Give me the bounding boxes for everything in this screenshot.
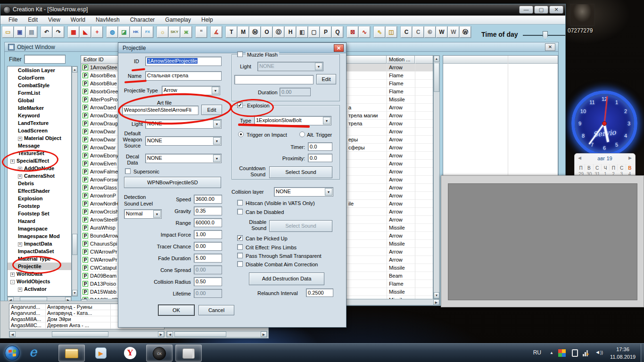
disable-combat-aim-checkbox[interactable]	[237, 261, 243, 267]
scroll-right-icon[interactable]: ▶	[158, 331, 164, 337]
tree-toggle-icon[interactable]: -	[10, 280, 15, 284]
local-transform-icon[interactable]: +	[91, 26, 103, 38]
tray-expand-icon[interactable]: ▲	[550, 351, 553, 355]
tree-item-impactdataset[interactable]: ImpactDataSet	[8, 247, 71, 255]
tree-item-activator[interactable]: +Activator	[8, 285, 71, 293]
tree-item-landtexture[interactable]: LandTexture	[8, 119, 71, 127]
tree-item-addonnode[interactable]: +AddOnNode	[8, 165, 71, 172]
tree-toggle-icon[interactable]: +	[10, 159, 15, 164]
tree-toggle-icon[interactable]: +	[18, 288, 22, 292]
cell-list-hscrollbar[interactable]: ◀ ▶	[9, 331, 165, 337]
tree-item-idlemarker[interactable]: IdleMarker	[8, 104, 71, 112]
snap-grid-icon[interactable]: ▦	[68, 26, 79, 38]
tree-item-colorform[interactable]: ColorForm	[8, 74, 71, 82]
filter-input[interactable]	[24, 55, 66, 64]
landscape-icon[interactable]: ◪	[118, 26, 130, 38]
snap-angle-icon[interactable]: ◣	[80, 26, 91, 38]
collision-radius-field[interactable]: 0.50	[194, 277, 222, 286]
render-window[interactable]	[441, 175, 644, 307]
menu-navmesh[interactable]: NavMesh	[91, 16, 125, 24]
calendar-date[interactable]: 31	[593, 172, 601, 175]
maximize-button[interactable]: ▢	[534, 6, 548, 14]
calendar-date[interactable]: 1	[601, 172, 609, 175]
w-circle-icon[interactable]: Ⓦ	[460, 26, 471, 38]
occlusion-icon[interactable]: Ⓞ	[273, 26, 284, 38]
secondary-hscroll-thumb[interactable]	[174, 331, 226, 337]
grass-icon[interactable]: ж	[181, 26, 192, 38]
tree-item-keyword[interactable]: Keyword	[8, 112, 71, 119]
moveable-icon[interactable]: Ⓜ	[249, 26, 261, 38]
picker-arrow-icon[interactable]: ⇖	[374, 26, 385, 38]
clipboard-icon[interactable]	[572, 349, 578, 357]
volume-icon[interactable]: ◄))	[595, 349, 603, 357]
scroll-right-icon[interactable]: ▶	[261, 331, 267, 337]
calendar-date[interactable]: 29	[577, 172, 585, 175]
tree-item-textureset[interactable]: TextureSet	[8, 149, 71, 157]
timer-field[interactable]: 0.0	[308, 142, 332, 151]
menu-world[interactable]: World	[66, 16, 91, 24]
menu-view[interactable]: View	[43, 16, 66, 24]
range-field[interactable]: 60000.0	[194, 218, 222, 227]
tree-toggle-icon[interactable]: +	[18, 137, 22, 141]
tree-item-footstep[interactable]: Footstep	[8, 202, 71, 210]
projectile-type-dropdown[interactable]: Arrow ▼	[162, 86, 220, 95]
chevron-down-icon[interactable]: ▼	[212, 87, 219, 94]
tree-item-hazard[interactable]: Hazard	[8, 217, 71, 225]
decal-data-dropdown[interactable]: NONE ▼	[145, 154, 222, 163]
muzzle-model-field[interactable]	[234, 75, 314, 84]
menu-edit[interactable]: Edit	[23, 16, 43, 24]
scroll-up-icon[interactable]: ▲	[72, 66, 77, 73]
explosion-checkbox[interactable]: ✓	[237, 102, 243, 108]
menu-gameplay[interactable]: Gameplay	[160, 16, 196, 24]
desktop-icon-label[interactable]: 07277279	[568, 27, 601, 34]
column-header-motion[interactable]: Motion ...	[387, 56, 415, 64]
tree-item-collision-layer[interactable]: Collision Layer	[8, 66, 71, 74]
menu-help[interactable]: Help	[196, 16, 218, 24]
tree-item-loadscreen[interactable]: LoadScreen	[8, 127, 71, 134]
menu-file[interactable]: File	[3, 16, 23, 24]
world-icon[interactable]: ◍	[107, 26, 118, 38]
object-window-close-button[interactable]: ✕	[545, 43, 555, 51]
dialog-close-button[interactable]: ✕	[334, 44, 344, 52]
calendar-date[interactable]: 4	[626, 172, 634, 175]
menu-character[interactable]: Character	[125, 16, 160, 24]
scroll-right-icon[interactable]: ▶	[433, 299, 439, 305]
show-desktop-button[interactable]	[641, 344, 644, 362]
collision-layer-dropdown[interactable]: NONE ▼	[274, 187, 333, 197]
can-be-picked-up-checkbox[interactable]: ✓	[237, 235, 243, 241]
scroll-left-icon[interactable]: ◀	[167, 331, 173, 337]
tree-item-combatstyle[interactable]: CombatStyle	[8, 82, 71, 89]
tray-clock[interactable]: 17:36 11.08.2019	[605, 346, 640, 361]
tree-item-projectile[interactable]: Projectile	[8, 263, 71, 270]
muzzle-edit-button[interactable]: Edit	[316, 74, 336, 84]
save-icon[interactable]: ▣	[14, 26, 25, 38]
delete-box-icon[interactable]: ⊠	[347, 26, 358, 38]
navcut-icon[interactable]: H	[285, 26, 296, 38]
chevron-down-icon[interactable]: ▼	[213, 137, 221, 145]
muzzle-flash-checkbox[interactable]	[237, 51, 243, 57]
calendar-widget[interactable]: ◀ авг 19 ▶ ПВСЧПСВ 2930311234	[574, 153, 636, 175]
trees-icon[interactable]: T	[226, 26, 237, 38]
w-box-icon[interactable]: W	[436, 26, 447, 38]
clock-widget[interactable]: 123456789101112 Servio	[570, 89, 639, 158]
tree-toggle-icon[interactable]: +	[18, 174, 22, 179]
column-header-extra[interactable]	[415, 56, 433, 64]
taskbar-app-yandex-browser[interactable]: Y	[117, 345, 143, 362]
start-button[interactable]	[5, 346, 20, 361]
speed-field[interactable]: 3600.00	[194, 195, 222, 204]
water-fx-icon[interactable]: FX	[142, 26, 153, 38]
tree-item-specialeffect[interactable]: +SpecialEffect	[8, 157, 71, 165]
light-icon[interactable]: ☼	[157, 26, 168, 38]
pass-through-checkbox[interactable]	[237, 253, 243, 258]
minimize-button[interactable]: —	[519, 6, 533, 14]
tree-item-effectshader[interactable]: EffectShader	[8, 187, 71, 195]
scroll-down-icon[interactable]: ▼	[72, 290, 77, 296]
add-destruction-data-button[interactable]: Add Destruction Data	[249, 272, 324, 285]
tree-item-material-type[interactable]: Material Type	[8, 255, 71, 263]
close-button[interactable]: ✕	[549, 6, 563, 14]
cancel-button[interactable]: Cancel	[198, 305, 234, 315]
scroll-left-icon[interactable]: ◀	[9, 331, 16, 337]
art-file-edit-button[interactable]: Edit	[201, 105, 222, 115]
taskbar-app-vm-app[interactable]	[175, 345, 202, 362]
default-weapon-source-dropdown[interactable]: NONE ▼	[145, 136, 222, 146]
